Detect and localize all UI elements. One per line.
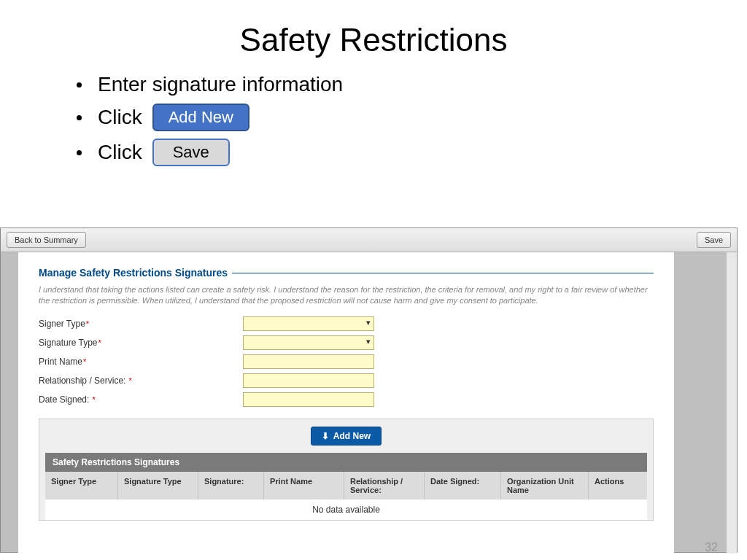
col-signature: Signature: bbox=[198, 472, 264, 499]
bullet-3-text: Click bbox=[98, 141, 142, 164]
relationship-row: Relationship / Service: * bbox=[39, 373, 654, 388]
signer-type-label: Signer Type* bbox=[39, 319, 243, 329]
signer-type-select[interactable] bbox=[243, 316, 374, 331]
signature-type-row: Signature Type* bbox=[39, 335, 654, 350]
col-print-name: Print Name bbox=[264, 472, 344, 499]
bullet-icon bbox=[77, 115, 82, 120]
no-data-row: No data available bbox=[45, 499, 647, 520]
date-signed-input[interactable] bbox=[243, 392, 374, 407]
form-page: Manage Safety Restrictions Signatures I … bbox=[18, 252, 674, 553]
col-date-signed: Date Signed: bbox=[425, 472, 501, 499]
bullet-3: Click Save bbox=[77, 139, 747, 166]
bullet-list: Enter signature information Click Add Ne… bbox=[77, 73, 747, 166]
relationship-label: Relationship / Service: * bbox=[39, 376, 243, 386]
print-name-label: Print Name* bbox=[39, 357, 243, 367]
toolbar: Back to Summary Save bbox=[1, 228, 737, 252]
bullet-2-text: Click bbox=[98, 106, 142, 129]
app-screenshot: Back to Summary Save Manage Safety Restr… bbox=[0, 228, 738, 553]
col-signer-type: Signer Type bbox=[45, 472, 118, 499]
add-new-button[interactable]: ⬇Add New bbox=[311, 427, 382, 446]
signature-type-select[interactable] bbox=[243, 335, 374, 350]
section-header: Manage Safety Restrictions Signatures bbox=[39, 267, 654, 279]
bullet-icon bbox=[77, 150, 82, 155]
section-header-text: Manage Safety Restrictions Signatures bbox=[39, 267, 228, 279]
date-signed-row: Date Signed: * bbox=[39, 392, 654, 407]
slide-number: 32 bbox=[705, 541, 718, 554]
add-new-illustration-button: Add New bbox=[152, 104, 249, 131]
col-signature-type: Signature Type bbox=[118, 472, 198, 499]
back-to-summary-button[interactable]: Back to Summary bbox=[7, 232, 86, 248]
bullet-icon bbox=[77, 82, 82, 88]
col-actions: Actions bbox=[589, 472, 647, 499]
save-illustration-button: Save bbox=[152, 139, 230, 166]
print-name-row: Print Name* bbox=[39, 354, 654, 369]
signer-type-row: Signer Type* bbox=[39, 316, 654, 331]
signature-type-label: Signature Type* bbox=[39, 338, 243, 348]
save-button[interactable]: Save bbox=[697, 232, 731, 248]
col-org-unit: Organization Unit Name bbox=[501, 472, 589, 499]
col-relationship: Relationship / Service: bbox=[344, 472, 425, 499]
print-name-input[interactable] bbox=[243, 354, 374, 369]
section-rule bbox=[232, 273, 654, 273]
disclaimer-text: I understand that taking the actions lis… bbox=[39, 284, 654, 306]
add-new-label: Add New bbox=[333, 431, 371, 441]
down-arrow-icon: ⬇ bbox=[322, 431, 329, 441]
grid-title: Safety Restrictions Signatures bbox=[45, 453, 647, 472]
signatures-grid-box: ⬇Add New Safety Restrictions Signatures … bbox=[39, 419, 654, 521]
bullet-1: Enter signature information bbox=[77, 73, 747, 96]
bullet-1-text: Enter signature information bbox=[98, 73, 343, 96]
bullet-2: Click Add New bbox=[77, 104, 747, 131]
grid-header-row: Signer Type Signature Type Signature: Pr… bbox=[45, 472, 647, 499]
scrollbar[interactable] bbox=[727, 252, 737, 553]
relationship-input[interactable] bbox=[243, 373, 374, 388]
date-signed-label: Date Signed: * bbox=[39, 394, 243, 405]
slide-title: Safety Restrictions bbox=[0, 22, 747, 58]
